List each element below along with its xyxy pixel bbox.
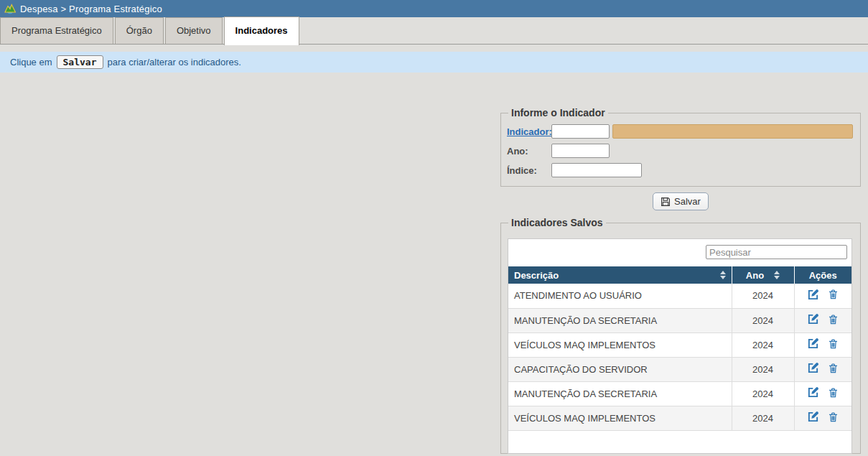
cell-ano: 2024 [732,357,794,381]
title-bar: Despesa > Programa Estratégico [0,0,868,17]
cell-descricao: ATENDIMENTO AO USUÁRIO [508,284,732,308]
ano-input[interactable] [551,144,610,158]
trash-icon[interactable] [828,289,839,300]
edit-icon[interactable] [807,313,819,325]
table-row: VEÍCULOS MAQ IMPLEMENTOS 2024 [508,332,851,357]
cell-descricao: MANUTENÇÃO DA SECRETARIA [508,308,732,332]
indicator-form: Informe o Indicador Indicador: Ano: Índi… [500,107,861,187]
cell-descricao: CAPACITAÇÃO DO SERVIDOR [508,357,732,381]
spacer [0,45,868,52]
saved-indicators-section: Indicadores Salvos Descrição [500,217,861,454]
edit-icon[interactable] [807,386,819,399]
cell-ano: 2024 [732,284,794,308]
edit-icon[interactable] [807,411,819,423]
info-text-prefix: Clique em [10,57,52,68]
indice-input[interactable] [551,163,642,177]
tab-strip: Programa Estratégico Órgão Objetivo Indi… [0,17,868,45]
info-bar: Clique em Salvar para criar/alterar os i… [0,52,868,73]
save-button[interactable]: Salvar [653,192,709,210]
table-row: MANUTENÇÃO DA SECRETARIA 2024 [508,381,851,406]
table-row: ATENDIMENTO AO USUÁRIO 2024 [508,284,851,308]
cell-ano: 2024 [732,381,794,406]
indicador-input[interactable] [551,124,610,139]
table-row: VEÍCULOS MAQ IMPLEMENTOS 2024 [508,406,851,430]
indicador-link[interactable]: Indicador: [507,126,552,137]
floppy-disk-icon [661,197,671,207]
column-header-descricao[interactable]: Descrição [508,266,732,284]
tab-orgao[interactable]: Órgão [115,17,164,44]
table-row: CAPACITAÇÃO DO SERVIDOR 2024 [508,357,851,381]
save-button-label: Salvar [674,196,701,207]
indice-label: Índice: [507,165,551,176]
cell-descricao: MANUTENÇÃO DA SECRETARIA [508,381,732,406]
info-text-suffix: para criar/alterar os indicadores. [108,57,241,68]
edit-icon[interactable] [807,289,819,301]
trash-icon[interactable] [828,387,839,399]
tab-objetivo[interactable]: Objetivo [165,17,223,44]
ano-label: Ano: [507,146,551,157]
form-legend: Informe o Indicador [508,107,608,118]
search-input[interactable] [706,245,847,259]
cell-ano: 2024 [732,332,794,357]
saved-indicators-card: Descrição Ano Ações [508,238,852,454]
breadcrumb: Despesa > Programa Estratégico [20,4,162,14]
column-header-acoes: Ações [794,266,851,284]
indicador-descricao-field [612,124,853,139]
cell-ano: 2024 [732,406,794,430]
cell-descricao: VEÍCULOS MAQ IMPLEMENTOS [508,332,732,357]
main-panel: Informe o Indicador Indicador: Ano: Índi… [500,107,861,454]
trash-icon[interactable] [828,314,839,325]
cell-ano: 2024 [732,308,794,332]
tab-indicadores[interactable]: Indicadores [224,17,299,45]
edit-icon[interactable] [807,338,819,350]
sort-icon [774,271,780,279]
trash-icon[interactable] [828,338,839,350]
cell-descricao: VEÍCULOS MAQ IMPLEMENTOS [508,406,732,430]
sort-icon [720,271,726,279]
tab-programa-estrategico[interactable]: Programa Estratégico [0,17,113,44]
table-row: MANUTENÇÃO DA SECRETARIA 2024 [508,308,851,332]
column-header-ano[interactable]: Ano [732,266,794,284]
salvar-key-hint: Salvar [57,55,103,69]
indicators-table-body: ATENDIMENTO AO USUÁRIO 2024 MANUTENÇÃO D… [508,284,851,430]
trash-icon[interactable] [828,411,839,423]
save-button-row: Salvar [500,192,861,210]
app-logo-icon [4,3,16,14]
indicators-table: Descrição Ano Ações [508,266,851,431]
saved-legend: Indicadores Salvos [508,217,606,228]
edit-icon[interactable] [807,362,819,374]
trash-icon[interactable] [828,363,839,374]
